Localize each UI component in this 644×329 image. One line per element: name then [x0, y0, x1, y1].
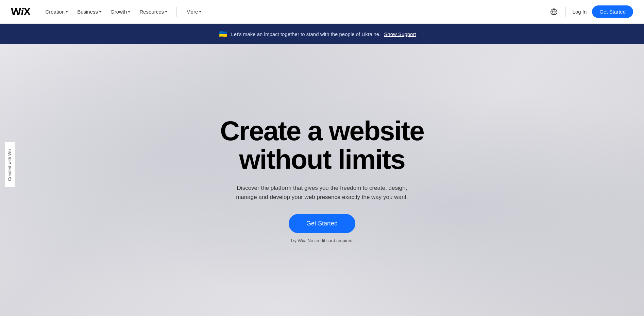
resources-chevron-icon: ▾: [165, 10, 167, 14]
nav-item-resources[interactable]: Resources ▾: [135, 6, 171, 17]
nav-divider: [176, 7, 177, 17]
navbar: WiX Creation ▾ Business ▾ Growth ▾ Resou…: [0, 0, 644, 24]
hero-section: Create a website without limits Discover…: [0, 44, 644, 316]
creation-chevron-icon: ▾: [66, 10, 68, 14]
hero-content: Create a website without limits Discover…: [209, 96, 435, 263]
nav-item-more[interactable]: More ▾: [182, 6, 205, 17]
nav-item-creation[interactable]: Creation ▾: [41, 6, 72, 17]
hero-title: Create a website without limits: [220, 117, 424, 174]
login-link[interactable]: Log In: [573, 9, 587, 15]
nav-right: Log In Get Started: [549, 5, 633, 18]
nav-right-divider: [565, 7, 566, 17]
nav-item-business[interactable]: Business ▾: [73, 6, 105, 17]
nav-item-growth[interactable]: Growth ▾: [106, 6, 134, 17]
wix-logo-text: WiX: [11, 5, 30, 18]
get-started-nav-button[interactable]: Get Started: [592, 5, 633, 18]
ukraine-banner-text: Let's make an impact together to stand w…: [231, 31, 380, 37]
more-label: More: [186, 9, 198, 15]
growth-label: Growth: [111, 9, 127, 15]
ukraine-flag-icon: 🇺🇦: [219, 30, 227, 38]
creation-label: Creation: [45, 9, 65, 15]
hero-disclaimer: Try Wix. No credit card required.: [220, 238, 424, 243]
business-label: Business: [77, 9, 98, 15]
hero-subtitle: Discover the platform that gives you the…: [230, 183, 414, 202]
logo[interactable]: WiX: [11, 5, 30, 18]
language-icon[interactable]: [549, 7, 559, 17]
growth-chevron-icon: ▾: [128, 10, 130, 14]
ukraine-show-support-link[interactable]: Show Support: [384, 31, 416, 37]
resources-label: Resources: [139, 9, 164, 15]
ukraine-banner: 🇺🇦 Let's make an impact together to stan…: [0, 24, 644, 44]
nav-links: Creation ▾ Business ▾ Growth ▾ Resources…: [41, 6, 549, 17]
get-started-hero-button[interactable]: Get Started: [289, 214, 355, 233]
more-chevron-icon: ▾: [199, 10, 201, 14]
business-chevron-icon: ▾: [99, 10, 101, 14]
ukraine-arrow-icon: →: [420, 31, 425, 37]
created-with-wix-badge[interactable]: Created with Wix: [4, 142, 15, 187]
